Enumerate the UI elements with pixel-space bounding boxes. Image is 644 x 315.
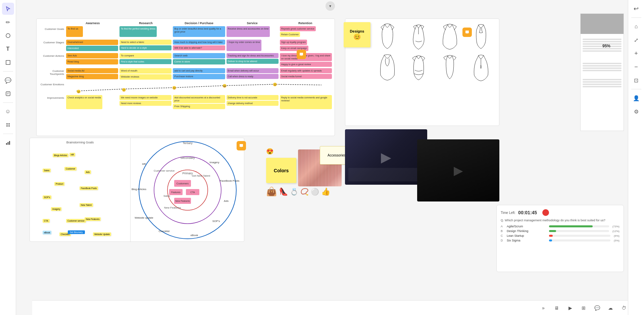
- sticky-see-ads[interactable]: See Ads: [66, 53, 118, 58]
- sticky-repeats[interactable]: Repeats great customer service: [280, 26, 316, 31]
- emoji-tool[interactable]: ☺: [2, 105, 14, 118]
- comment-bubble-designs[interactable]: [462, 28, 472, 37]
- brainstorm-sticky[interactable]: Product: [54, 182, 64, 186]
- analytics-tool[interactable]: [2, 137, 14, 149]
- sticky-receive-dress[interactable]: Receive dress and accessories on time: [227, 26, 270, 37]
- brainstorm-sticky[interactable]: Customer: [64, 167, 77, 171]
- option-text-b: Design Thinking: [507, 229, 547, 233]
- brainstorm-sticky[interactable]: SOP's: [43, 195, 51, 199]
- play-btn[interactable]: ▶: [565, 303, 576, 313]
- sticky-hard-decide[interactable]: Hard to decide on a style: [119, 45, 171, 50]
- undo-button[interactable]: ↩: [630, 3, 642, 15]
- zoom-out-button[interactable]: −: [630, 61, 642, 73]
- settings-button[interactable]: ⚙: [630, 105, 642, 118]
- brainstorm-label: Set Bounary: [68, 230, 85, 234]
- designs-sticky[interactable]: Designs 😊: [344, 22, 370, 47]
- sticky-reply-social[interactable]: Reply to social media comments and googl…: [280, 95, 332, 109]
- record-button[interactable]: [542, 209, 549, 216]
- brainstorm-sticky[interactable]: New Talent: [80, 203, 93, 207]
- doc-line: [583, 41, 622, 42]
- brainstorm-sticky-blue[interactable]: eBook: [43, 231, 51, 234]
- sticky-change-delivery[interactable]: change delivery method: [227, 101, 279, 106]
- scroll-down-icon[interactable]: ▾: [326, 1, 335, 11]
- chat-btn[interactable]: 💬: [592, 303, 602, 313]
- brainstorm-sticky[interactable]: CTA: [43, 219, 50, 223]
- video-thumbnail-1[interactable]: ▶: [345, 129, 427, 185]
- option-letter-a: A: [501, 225, 505, 228]
- brainstorm-sticky[interactable]: FaceBook Posts: [80, 186, 98, 190]
- brainstorm-sticky[interactable]: Sales: [43, 169, 51, 172]
- sticky-great-review[interactable]: Happy to give a great review: [280, 62, 332, 67]
- frame-tool[interactable]: [2, 56, 14, 69]
- comment-bubble-brainstorm[interactable]: [237, 141, 246, 150]
- sticky-need-fabric[interactable]: Need to select a fabric: [119, 40, 171, 45]
- page-document: [580, 13, 624, 131]
- sticky-come-instore[interactable]: Come in store: [173, 59, 225, 64]
- sticky-free-shipping[interactable]: Free Shipping: [173, 104, 225, 109]
- apps-tool[interactable]: [2, 119, 14, 131]
- sticky-word-of-mouth[interactable]: Word of mouth: [119, 68, 171, 74]
- sticky-shipping[interactable]: How much is shipping and how long will i…: [173, 40, 225, 45]
- fullscreen-button[interactable]: ⤢: [630, 34, 642, 46]
- brainstorm-sticky[interactable]: Blogs Articles: [53, 153, 68, 157]
- dress-sketch-8: [466, 52, 496, 83]
- sticky-call-dress[interactable]: Call when dress is ready: [227, 74, 279, 79]
- sticky-alternate[interactable]: Will it be able to alternate?: [173, 45, 225, 50]
- sticky-hope-order[interactable]: I hope my order comes on time: [227, 40, 262, 51]
- brainstorm-sticky[interactable]: Ads: [85, 170, 91, 174]
- quiz-timer-row: Time Left: 00:01:45: [501, 209, 620, 216]
- users-button[interactable]: 👤: [630, 92, 642, 104]
- sticky-tracking[interactable]: Tracking and sign for dress and Accessor…: [227, 53, 279, 58]
- shape-tool[interactable]: [2, 30, 14, 42]
- brainstorm-sticky[interactable]: Customer service: [66, 219, 86, 223]
- sticky-more-reviews[interactable]: Need more reviews: [119, 101, 171, 106]
- timer-value: 00:01:45: [518, 210, 537, 215]
- sticky-buy-dress[interactable]: Buy or order beautiful dress best qualit…: [173, 26, 225, 37]
- sticky-overwhelmed[interactable]: Overwhelmed: [66, 40, 118, 45]
- brainstorm-sticky[interactable]: HR: [69, 153, 75, 156]
- video-thumbnail-2[interactable]: ▶: [417, 139, 499, 201]
- sticky-purchase-instore[interactable]: Purchase instore: [173, 74, 225, 79]
- expand-btn[interactable]: »: [538, 303, 549, 313]
- sticky-email-updates[interactable]: Email regularly with updates & spreads: [280, 68, 332, 73]
- zoom-in-button[interactable]: +: [630, 47, 642, 59]
- grid-btn[interactable]: ⊞: [578, 303, 589, 313]
- sticky-find-us[interactable]: To find us: [66, 26, 83, 37]
- colors-sticky[interactable]: Colors: [266, 158, 296, 183]
- sticky-perfect-dress[interactable]: To find the perfect wedding dress: [119, 26, 157, 37]
- cursor-tool[interactable]: [2, 3, 14, 15]
- notes-tool[interactable]: [2, 88, 14, 100]
- heels-icon: 👠: [279, 187, 288, 196]
- sticky-social-funnel[interactable]: Social media funnel: [280, 74, 332, 79]
- sticky-find-style[interactable]: Find a style that suites: [119, 59, 171, 64]
- sticky-magazine[interactable]: Magazine blog: [66, 74, 118, 79]
- sticky-moore-images[interactable]: We need moore images on website: [119, 95, 171, 100]
- brainstorm-sticky[interactable]: Imagery: [51, 207, 61, 211]
- sticky-website-reviews[interactable]: Website reviews: [119, 74, 171, 80]
- screen-btn[interactable]: 🖥: [551, 303, 562, 313]
- brainstorm-sticky[interactable]: Website Update: [93, 232, 111, 236]
- sticky-discounted-acc[interactable]: Add discounted accessories at a discount…: [173, 95, 225, 103]
- canvas-navigation[interactable]: ▾: [326, 1, 335, 11]
- cloud-btn[interactable]: ☁: [605, 303, 616, 313]
- comment-tool[interactable]: 💬: [2, 74, 14, 86]
- sticky-add-to-cart[interactable]: add to cart and pay directly: [173, 68, 225, 73]
- sticky-compare[interactable]: To compare: [119, 53, 171, 58]
- pen-tool[interactable]: ✏: [2, 16, 14, 28]
- text-tool[interactable]: T: [2, 43, 14, 55]
- brainstorm-sticky[interactable]: New Features: [85, 217, 101, 221]
- row-label-touchpoints: Customer Touchpoints: [39, 68, 66, 76]
- sticky-read-blog[interactable]: Read blog: [66, 59, 118, 64]
- sticky-deliver-altered[interactable]: Deliver to shop to be altered: [227, 59, 279, 64]
- fit-button[interactable]: ⊡: [630, 74, 642, 86]
- sticky-check-analytics[interactable]: Check analytics on social media: [66, 95, 102, 109]
- sticky-search-web[interactable]: Search web: [173, 53, 225, 58]
- sticky-social-ad[interactable]: Social media Ad: [66, 68, 118, 73]
- sticky-email-delivery[interactable]: Email when delivery will occur: [227, 68, 279, 73]
- sticky-retain[interactable]: Retain Customer: [280, 32, 300, 37]
- sticky-delivery-time[interactable]: Delivery time is not accurate: [227, 95, 279, 100]
- sticky-interested[interactable]: Interested: [66, 46, 118, 51]
- sticky-signup[interactable]: Sign up loyalty program: [280, 40, 307, 45]
- comment-bubble-journey[interactable]: [297, 50, 306, 59]
- home-button[interactable]: ⌂: [630, 20, 642, 33]
